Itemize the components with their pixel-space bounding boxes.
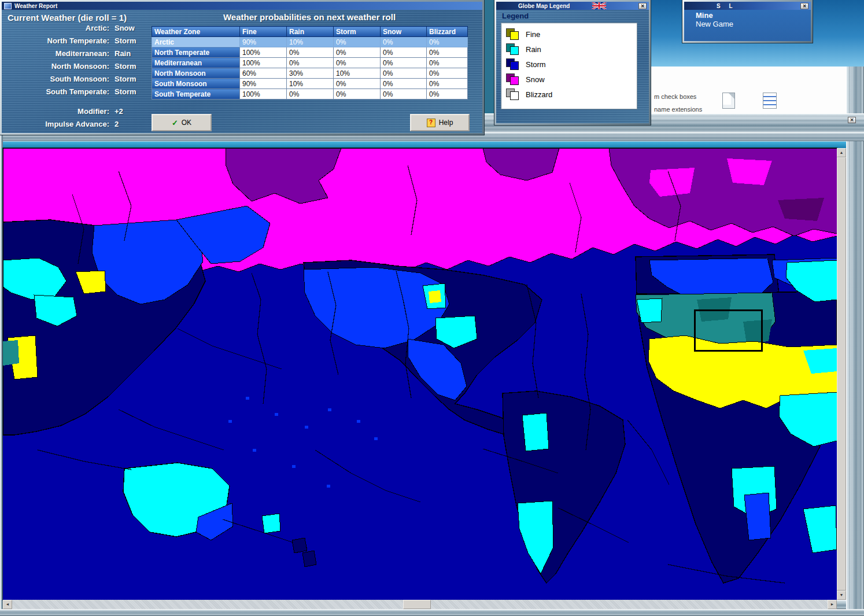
snow-swatch-icon <box>506 73 520 85</box>
modifier-row: Modifier: +2 <box>2 107 151 116</box>
help-icon: ? <box>427 119 435 127</box>
close-icon[interactable]: ✕ <box>638 3 647 9</box>
legend-item-snow: Snow <box>506 72 637 87</box>
globe-map-legend-window: Globe Map Legend ✕ Legend Fine <box>494 0 651 125</box>
scroll-right-icon[interactable]: ► <box>828 600 837 609</box>
legend-heading: Legend <box>502 12 529 20</box>
table-row-south-temperate[interactable]: South Temperate 100% 0% 0% 0% 0% <box>152 89 468 99</box>
map-horizontal-scrollbar[interactable]: ◄ ► <box>3 600 837 609</box>
world-map-svg <box>3 148 837 600</box>
help-button[interactable]: ? Help <box>410 114 470 131</box>
name-extensions-label: name extensions <box>654 106 702 113</box>
probability-table: Weather Zone Fine Rain Storm Snow Blizza… <box>152 26 468 99</box>
column-header[interactable]: Snow <box>381 27 427 37</box>
mine-titlebar[interactable]: S L ✕ <box>684 2 811 10</box>
column-header[interactable]: Weather Zone <box>152 27 240 37</box>
legend-titlebar[interactable]: Globe Map Legend ✕ <box>496 2 649 10</box>
table-row-north-monsoon[interactable]: North Monsoon 60% 30% 10% 0% 0% <box>152 68 468 79</box>
legend-item-storm: Storm <box>506 57 637 72</box>
column-header[interactable]: Blizzard <box>427 27 468 37</box>
check-boxes-label: m check boxes <box>654 93 696 100</box>
legend-item-rain: Rain <box>506 42 637 57</box>
weather-report-body: Current Weather (die roll = 1) Arctic: S… <box>2 10 482 133</box>
column-header[interactable]: Fine <box>240 27 287 37</box>
legend-body: Legend Fine Rain <box>496 10 649 123</box>
current-weather-row: North Temperate: Storm <box>2 36 151 45</box>
new-game-label[interactable]: New Game <box>696 20 811 28</box>
document-icon[interactable] <box>722 93 735 109</box>
blizzard-swatch-icon <box>506 88 520 100</box>
map-vertical-scrollbar[interactable]: ▲ ▼ <box>837 148 846 600</box>
column-header[interactable]: Rain <box>287 27 334 37</box>
legend-item-fine: Fine <box>506 27 637 42</box>
window-title: S L <box>717 3 736 9</box>
vertical-scroll-thumb[interactable] <box>837 157 846 591</box>
mine-body: Mine New Game <box>684 10 811 41</box>
table-header-row: Weather Zone Fine Rain Storm Snow Blizza… <box>152 27 468 37</box>
window-frame-bottom <box>0 609 864 616</box>
map-window-header-bar <box>3 141 846 148</box>
storm-swatch-icon <box>506 58 520 70</box>
scroll-down-icon[interactable]: ▼ <box>837 591 846 600</box>
table-row-north-temperate[interactable]: North Temperate 100% 0% 0% 0% 0% <box>152 47 468 58</box>
table-row-arctic[interactable]: Arctic 90% 10% 0% 0% 0% <box>152 37 468 47</box>
weather-report-titlebar[interactable]: Weather Report <box>2 2 482 10</box>
current-weather-row: Arctic: Snow <box>2 24 151 32</box>
ok-button[interactable]: ✓ OK <box>152 114 212 131</box>
table-row-mediterranean[interactable]: Mediterranean 100% 0% 0% 0% 0% <box>152 58 468 68</box>
union-jack-flag-icon <box>590 2 608 9</box>
check-icon: ✓ <box>172 119 178 127</box>
column-header[interactable]: Storm <box>334 27 381 37</box>
current-weather-row: South Monsoon: Storm <box>2 75 151 83</box>
legend-item-blizzard: Blizzard <box>506 87 637 102</box>
weather-report-icon <box>4 3 12 9</box>
close-icon[interactable]: ✕ <box>800 3 808 9</box>
current-weather-row: Mediterranean: Rain <box>2 49 151 58</box>
world-weather-map[interactable] <box>3 148 837 600</box>
mine-window: S L ✕ Mine New Game <box>682 0 813 43</box>
current-weather-row: North Monsoon: Storm <box>2 62 151 71</box>
window-title: Weather Report <box>14 3 57 9</box>
game-screen: ✕ <box>0 0 864 616</box>
window-frame-right <box>846 0 864 616</box>
table-row-south-monsoon[interactable]: South Monsoon 90% 10% 0% 0% 0% <box>152 79 468 89</box>
checklist-icon[interactable] <box>763 93 777 109</box>
close-icon[interactable]: ✕ <box>848 117 856 123</box>
probability-table-title: Weather probabilities on next weather ro… <box>152 12 467 22</box>
weather-report-window: Weather Report Current Weather (die roll… <box>0 0 484 135</box>
scroll-up-icon[interactable]: ▲ <box>837 148 846 157</box>
fine-swatch-icon <box>506 28 520 40</box>
scrollbar-corner <box>837 600 846 609</box>
legend-list: Fine Rain Storm <box>501 23 637 109</box>
current-weather-title: Current Weather (die roll = 1) <box>8 13 127 23</box>
scroll-left-icon[interactable]: ◄ <box>3 600 12 609</box>
window-title: Globe Map Legend <box>518 3 570 9</box>
impulse-advance-row: Impulse Advance: 2 <box>2 120 151 128</box>
current-weather-row: South Temperate: Storm <box>2 87 151 96</box>
rain-swatch-icon <box>506 43 520 55</box>
horizontal-scroll-thumb[interactable] <box>403 600 431 609</box>
mine-label: Mine <box>696 11 811 20</box>
